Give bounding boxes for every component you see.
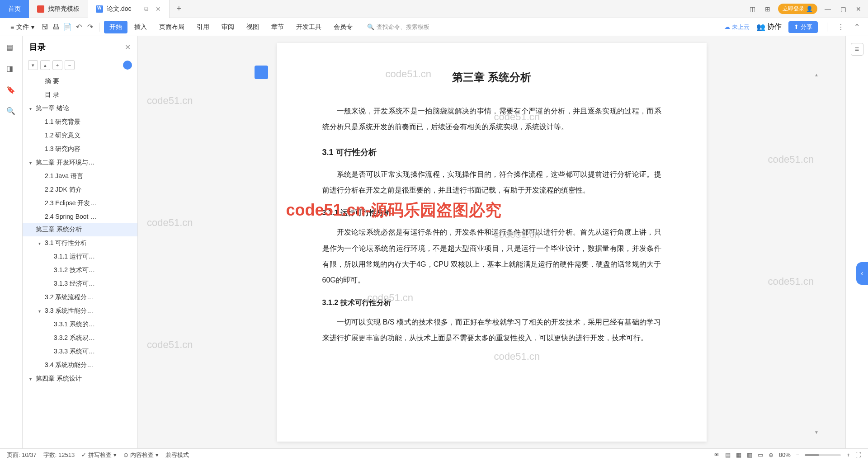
- outline-item[interactable]: 1.1 研究背景: [23, 115, 137, 129]
- view-web-icon[interactable]: ▥: [747, 452, 752, 458]
- add-heading-icon[interactable]: +: [52, 60, 62, 70]
- outline-item[interactable]: 摘 要: [23, 75, 137, 88]
- collapse-icon[interactable]: ⌃: [852, 23, 861, 32]
- outline-item[interactable]: 3.1.2 技术可…: [23, 263, 137, 277]
- fullscreen-icon[interactable]: ⛶: [855, 452, 861, 458]
- ribbon-tab-6[interactable]: 章节: [266, 21, 289, 33]
- outline-item[interactable]: ▾3.1 可行性分析: [23, 236, 137, 250]
- side-drawer-icon[interactable]: ‹: [856, 262, 868, 285]
- cloud-button[interactable]: ☁未上云: [724, 23, 750, 31]
- bookmark-icon[interactable]: 🔖: [6, 85, 16, 95]
- zoom-settings-icon[interactable]: ⊕: [769, 452, 774, 458]
- file-menu[interactable]: ≡ 文件 ▾: [7, 21, 38, 33]
- share-button[interactable]: ⬆分享: [788, 21, 818, 33]
- view-page-icon[interactable]: ▤: [725, 452, 731, 458]
- compat-mode[interactable]: 兼容模式: [165, 451, 189, 459]
- outline-item[interactable]: ▾第四章 系统设计: [23, 372, 137, 386]
- scroll-up-icon[interactable]: ▲: [814, 72, 819, 77]
- ribbon-tab-7[interactable]: 开发工具: [291, 21, 327, 33]
- view-outline-icon[interactable]: ▦: [736, 452, 741, 458]
- undo-icon[interactable]: ↶: [74, 23, 83, 32]
- ribbon-tab-1[interactable]: 插入: [129, 21, 152, 33]
- collapse-all-icon[interactable]: ▾: [28, 60, 38, 70]
- outline-icon[interactable]: ▤: [6, 43, 16, 53]
- outline-close-icon[interactable]: ✕: [125, 43, 131, 52]
- word-count[interactable]: 字数: 12513: [43, 451, 75, 459]
- properties-icon[interactable]: ≡: [851, 43, 863, 56]
- outline-item[interactable]: 2.4 Spring Boot …: [23, 210, 137, 223]
- window-close-icon[interactable]: ✕: [854, 4, 863, 14]
- outline-item[interactable]: 3.2 系统流程分…: [23, 291, 137, 304]
- zoom-slider[interactable]: [805, 454, 841, 456]
- expand-all-icon[interactable]: ▴: [40, 60, 50, 70]
- redo-icon[interactable]: ↷: [85, 23, 94, 32]
- ribbon-tab-8[interactable]: 会员专: [328, 21, 358, 33]
- ribbon-tab-4[interactable]: 审阅: [216, 21, 240, 33]
- outline-item[interactable]: ▾第二章 开发环境与…: [23, 156, 137, 169]
- home-tab[interactable]: 首页: [0, 0, 29, 18]
- ribbon-tab-3[interactable]: 引用: [191, 21, 215, 33]
- login-button[interactable]: 立即登录👤: [778, 4, 817, 14]
- watermark: code51.cn: [147, 339, 193, 351]
- page-marker-icon[interactable]: [255, 66, 268, 79]
- document-area[interactable]: code51.cn code51.cn code51.cn code51.cn …: [138, 36, 845, 448]
- window-mode-icon[interactable]: ⧉: [144, 5, 148, 13]
- nav-icon[interactable]: ◨: [6, 64, 16, 74]
- collab-button[interactable]: 👥协作: [756, 22, 782, 32]
- preview-icon[interactable]: 📄: [63, 23, 72, 32]
- template-tab[interactable]: 找稻壳模板: [29, 0, 88, 18]
- content-check[interactable]: ⊙内容检查 ▾: [123, 451, 159, 459]
- ai-icon[interactable]: [123, 61, 132, 70]
- watermark: code51.cn: [147, 217, 193, 229]
- outline-item[interactable]: ▾第一章 绪论: [23, 102, 137, 115]
- spell-check[interactable]: ✓拼写检查 ▾: [81, 451, 117, 459]
- paragraph: 系统是否可以正常实现操作流程，实现操作目的，符合操作流程，这些都可以提前进行分析…: [322, 166, 661, 198]
- close-icon[interactable]: ✕: [156, 5, 161, 13]
- outline-item[interactable]: 第三章 系统分析: [23, 223, 137, 236]
- find-icon[interactable]: 🔍: [6, 107, 16, 117]
- layout-icon[interactable]: ◫: [747, 4, 757, 14]
- zoom-in-icon[interactable]: +: [846, 452, 850, 458]
- maximize-icon[interactable]: ▢: [838, 4, 848, 14]
- content-icon: ⊙: [123, 452, 128, 458]
- outline-item[interactable]: 2.1 Java 语言: [23, 169, 137, 183]
- page-indicator[interactable]: 页面: 10/37: [7, 451, 37, 459]
- remove-heading-icon[interactable]: −: [65, 60, 75, 70]
- ribbon-tab-5[interactable]: 视图: [241, 21, 264, 33]
- outline-item[interactable]: 3.4 系统功能分…: [23, 358, 137, 372]
- print-icon[interactable]: 🖶: [52, 23, 61, 32]
- doc-tab[interactable]: 论文.doc⧉✕: [88, 0, 170, 18]
- more-icon[interactable]: ⋮: [836, 23, 845, 32]
- outline-item[interactable]: 3.3.3 系统可…: [23, 345, 137, 358]
- add-tab-button[interactable]: +: [170, 4, 188, 14]
- watermark: code51.cn: [147, 95, 193, 107]
- apps-icon[interactable]: ⊞: [763, 4, 773, 14]
- minimize-icon[interactable]: —: [823, 4, 833, 14]
- view-read-icon[interactable]: ▭: [758, 452, 763, 458]
- page: code51.cn code51.cn code51.cn code51.cn …: [277, 43, 707, 442]
- watermark: code51.cn: [768, 154, 814, 165]
- ribbon-tab-2[interactable]: 页面布局: [154, 21, 190, 33]
- outline-item[interactable]: 2.3 Eclipse 开发…: [23, 197, 137, 210]
- subsection-heading: 3.1.2 技术可行性分析: [322, 295, 661, 310]
- outline-item[interactable]: 3.1.1 运行可…: [23, 250, 137, 263]
- share-icon: ⬆: [794, 24, 799, 30]
- save-icon[interactable]: 🖫: [40, 23, 49, 32]
- outline-item[interactable]: 目 录: [23, 88, 137, 102]
- zoom-level[interactable]: 80%: [779, 452, 791, 458]
- outline-item[interactable]: 1.2 研究意义: [23, 129, 137, 142]
- doc-icon: [96, 5, 103, 13]
- eye-icon[interactable]: 👁: [714, 452, 720, 458]
- outline-item[interactable]: 3.1.3 经济可…: [23, 277, 137, 291]
- outline-item[interactable]: 3.3.2 系统易…: [23, 331, 137, 345]
- outline-item[interactable]: ▾3.3 系统性能分…: [23, 304, 137, 318]
- paragraph: 一切可以实现 B/S 模式的技术很多，而正好在学校就学习了相关的开发技术，采用已…: [322, 314, 661, 346]
- zoom-out-icon[interactable]: −: [796, 452, 800, 458]
- search-box[interactable]: 🔍查找命令、搜索模板: [367, 23, 429, 31]
- outline-item[interactable]: 2.2 JDK 简介: [23, 183, 137, 197]
- outline-item[interactable]: 1.3 研究内容: [23, 142, 137, 156]
- search-icon: 🔍: [367, 24, 374, 30]
- outline-item[interactable]: 3.3.1 系统的…: [23, 318, 137, 331]
- scroll-down-icon[interactable]: ▼: [814, 430, 819, 435]
- ribbon-tab-0[interactable]: 开始: [104, 21, 127, 33]
